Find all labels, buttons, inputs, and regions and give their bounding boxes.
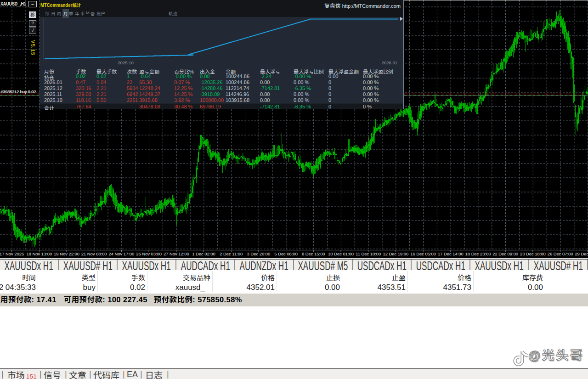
svg-text:2026.01: 2026.01 [382, 60, 397, 65]
svg-text:26 Nov 03:00: 26 Nov 03:00 [136, 251, 162, 256]
svg-text:3 Dec 20:00: 3 Dec 20:00 [247, 251, 271, 256]
svg-text:23 Dec 18:00: 23 Dec 18:00 [520, 251, 546, 256]
svg-text:18 Nov 13:00: 18 Nov 13:00 [26, 251, 52, 256]
svg-text:5 Dec 06:00: 5 Dec 06:00 [274, 251, 298, 256]
svg-text:12 Dec 19:00: 12 Dec 19:00 [383, 251, 409, 256]
svg-text:22 Dec 09:00: 22 Dec 09:00 [492, 251, 518, 256]
svg-text:17 Dec 14:00: 17 Dec 14:00 [438, 251, 464, 256]
svg-text:18 Dec 23:00: 18 Dec 23:00 [465, 251, 491, 256]
svg-text:21 Nov 08:00: 21 Nov 08:00 [81, 251, 107, 256]
svg-text:10 Dec 01:00: 10 Dec 01:00 [328, 251, 354, 256]
svg-text:1 Dec 02:00: 1 Dec 02:00 [192, 251, 215, 256]
svg-text:19 Nov 22:00: 19 Nov 22:00 [54, 251, 79, 256]
svg-text:24 Nov 17:00: 24 Nov 17:00 [109, 251, 135, 256]
svg-text:2025.10: 2025.10 [118, 60, 133, 65]
svg-text:29 Dec 18:00: 29 Dec 18:00 [575, 251, 588, 256]
svg-text:8 Dec 15:00: 8 Dec 15:00 [302, 251, 325, 256]
svg-text:17 Nov 2025: 17 Nov 2025 [0, 251, 24, 256]
svg-text:2 Dec 11:00: 2 Dec 11:00 [220, 251, 243, 256]
svg-text:27 Nov 12:00: 27 Nov 12:00 [164, 251, 189, 256]
svg-text:16 Dec 05:00: 16 Dec 05:00 [410, 251, 436, 256]
svg-text:26 Dec 07:00: 26 Dec 07:00 [548, 251, 573, 256]
svg-text:11 Dec 10:00: 11 Dec 10:00 [356, 251, 381, 256]
